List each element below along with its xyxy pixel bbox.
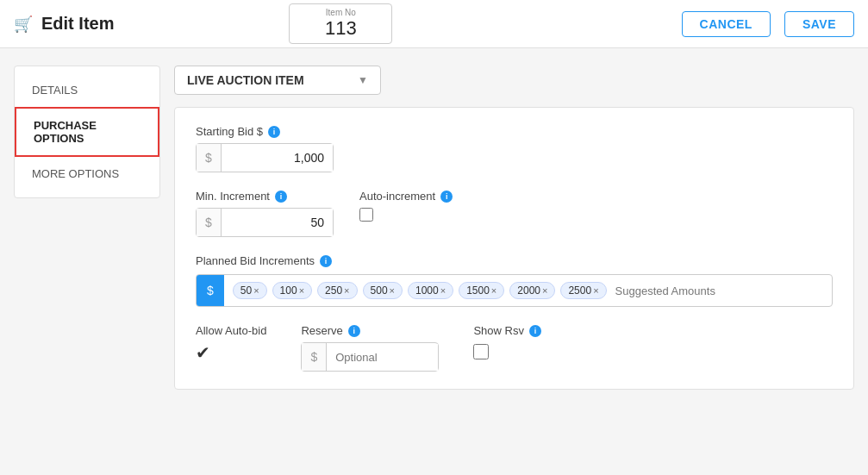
allow-autobid-label: Allow Auto-bid [196,324,266,337]
item-number-box: Item No 113 [289,3,392,44]
item-no-label: Item No [326,8,356,17]
starting-bid-prefix: $ [197,144,222,172]
planned-bid-increments-group: Planned Bid Increments i $ 50 × 100 × [196,254,833,307]
increment-row: Min. Increment i $ Auto-increment i [196,190,833,237]
starting-bid-group: Starting Bid $ i $ [196,125,833,172]
save-button[interactable]: SAVE [784,11,854,37]
sidebar-item-details[interactable]: DETAILS [15,73,159,107]
chip-50: 50 × [233,282,267,299]
header: 🛒 Edit Item Item No 113 CANCEL SAVE [0,0,868,48]
chip-1000-remove[interactable]: × [440,285,446,296]
min-increment-prefix: $ [197,209,222,236]
auto-increment-info-icon[interactable]: i [440,191,453,203]
body-area: DETAILS PURCHASE OPTIONS MORE OPTIONS LI… [0,48,868,475]
reserve-input[interactable] [327,344,438,371]
chip-2500: 2500 × [560,282,606,299]
show-rsv-info-icon[interactable]: i [529,325,541,337]
chip-250-remove[interactable]: × [344,285,349,296]
chip-500-remove[interactable]: × [390,285,395,296]
chip-2500-remove[interactable]: × [593,285,598,296]
min-increment-info-icon[interactable]: i [275,191,287,203]
cancel-button[interactable]: CANCEL [682,11,771,37]
dropdown-value: LIVE AUCTION ITEM [187,73,304,87]
main-content: LIVE AUCTION ITEM ▼ Starting Bid $ i $ [174,66,854,458]
reserve-input-wrap: $ [301,342,439,372]
planned-bid-info-icon[interactable]: i [320,255,332,267]
min-increment-input-wrap: $ [196,208,334,237]
chip-1000: 1000 × [408,282,453,299]
bottom-row: Allow Auto-bid ✔ Reserve i $ [196,324,833,372]
reserve-info-icon[interactable]: i [348,325,360,337]
auto-increment-label: Auto-increment i [359,190,453,203]
min-increment-input[interactable] [222,209,333,236]
chip-1500-remove[interactable]: × [491,285,496,296]
chips-area: 50 × 100 × 250 × 500 × [224,275,832,306]
planned-bid-label: Planned Bid Increments i [196,254,833,267]
allow-autobid-group: Allow Auto-bid ✔ [196,324,266,363]
title-text: Edit Item [41,14,114,34]
sidebar: DETAILS PURCHASE OPTIONS MORE OPTIONS [14,66,160,198]
auto-increment-group: Auto-increment i [359,190,453,222]
starting-bid-label: Starting Bid $ i [196,125,833,138]
sidebar-item-purchase-options[interactable]: PURCHASE OPTIONS [15,107,159,157]
min-increment-label: Min. Increment i [196,190,334,203]
chip-50-remove[interactable]: × [253,285,259,296]
show-rsv-group: Show Rsv i [473,324,541,359]
chip-100-remove[interactable]: × [299,285,304,296]
reserve-group: Reserve i $ [301,324,439,372]
auto-increment-checkbox[interactable] [359,208,373,222]
chip-500: 500 × [363,282,403,299]
form-card: Starting Bid $ i $ Min. Increment i $ [174,107,854,390]
item-type-dropdown[interactable]: LIVE AUCTION ITEM ▼ [174,66,381,95]
suggested-amounts-input[interactable] [612,283,764,299]
chip-2000-remove[interactable]: × [542,285,547,296]
page-title: 🛒 Edit Item [14,14,275,34]
cart-icon: 🛒 [14,15,33,34]
bid-chips-container: $ 50 × 100 × 250 × [196,274,833,307]
chip-100: 100 × [272,282,312,299]
reserve-prefix: $ [302,343,327,371]
chip-250: 250 × [317,282,357,299]
chip-2000: 2000 × [509,282,555,299]
chevron-down-icon: ▼ [358,74,368,86]
item-no-value: 113 [325,17,357,40]
chip-1500: 1500 × [459,282,504,299]
min-increment-group: Min. Increment i $ [196,190,334,237]
show-rsv-label: Show Rsv i [473,324,541,337]
starting-bid-info-icon[interactable]: i [268,126,280,138]
show-rsv-checkbox[interactable] [473,344,489,359]
starting-bid-input[interactable] [222,144,333,172]
allow-autobid-checkmark: ✔ [196,342,266,363]
dollar-badge: $ [197,275,224,306]
starting-bid-input-wrap: $ [196,143,334,172]
reserve-label: Reserve i [301,324,439,337]
sidebar-item-more-options[interactable]: MORE OPTIONS [15,157,159,191]
